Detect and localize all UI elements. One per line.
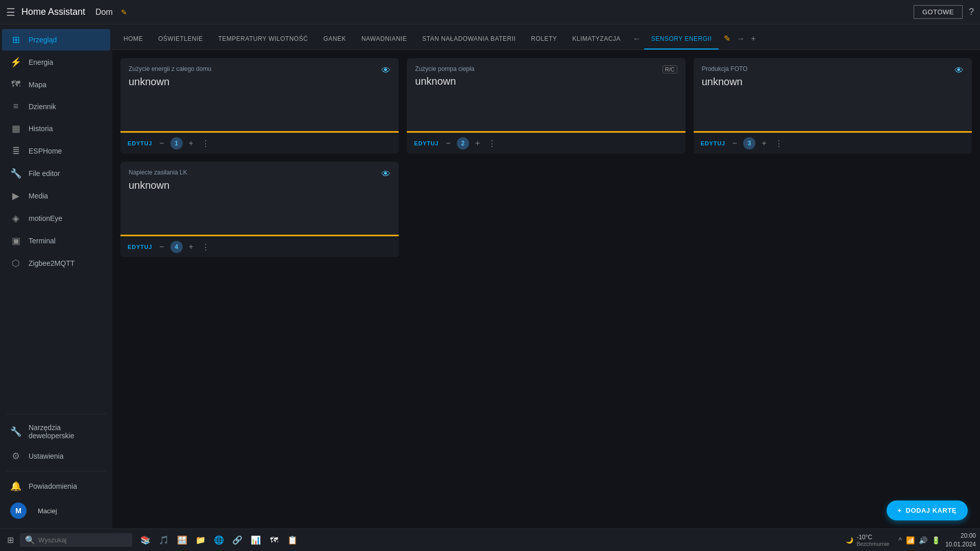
card-minus-icon-3[interactable]: −	[730, 138, 739, 149]
user-avatar: M	[10, 503, 27, 519]
taskbar-icon-9[interactable]: 📋	[284, 532, 301, 548]
card-label-4: Napiecie zasilania LK	[129, 169, 187, 176]
sidebar-item-dziennik[interactable]: ≡ Dziennik	[2, 96, 110, 117]
card-chart-3	[694, 92, 972, 133]
card-plus-icon-1[interactable]: +	[187, 138, 195, 149]
sys-icon-chevron[interactable]: ^	[897, 535, 903, 545]
tab-home[interactable]: HOME	[116, 31, 150, 49]
card-body-3: Produkcja FOTO 👁 unknown	[694, 58, 972, 92]
sys-icon-sound[interactable]: 🔊	[918, 535, 928, 545]
tab-edit-icon[interactable]: ✎	[722, 33, 732, 44]
card-more-icon-4[interactable]: ⋮	[200, 241, 212, 253]
sidebar-item-label: Terminal	[29, 237, 56, 245]
add-card-icon: +	[898, 507, 902, 514]
sidebar-item-esphome[interactable]: ≣ ESPHome	[2, 140, 110, 162]
sidebar-item-powiadomienia[interactable]: 🔔 Powiadomienia	[2, 475, 110, 497]
sidebar-item-narzedzia[interactable]: 🔧 Narzędzia deweloperskie	[2, 418, 110, 445]
card-heat-pump: Zużycie pompa ciepła R/C unknown EDYTUJ …	[407, 58, 685, 154]
tab-stan[interactable]: STAN NAŁADOWANIA BATERII	[415, 31, 523, 49]
card-footer-4: EDYTUJ − 4 + ⋮	[120, 236, 399, 257]
sidebar-item-ustawienia[interactable]: ⚙ Ustawienia	[2, 445, 110, 467]
taskbar-icon-7[interactable]: 📊	[248, 532, 264, 548]
card-rc-icon-2[interactable]: R/C	[663, 65, 677, 73]
card-edit-btn-2[interactable]: EDYTUJ	[413, 138, 439, 148]
user-name: Maciej	[38, 507, 57, 515]
card-edit-btn-4[interactable]: EDYTUJ	[127, 242, 153, 252]
tab-nawadnianie[interactable]: NAWADNIANIE	[354, 31, 414, 49]
sidebar-item-mapa[interactable]: 🗺 Mapa	[2, 74, 110, 95]
search-input[interactable]	[38, 536, 120, 544]
card-chart-4	[120, 195, 399, 236]
card-plus-icon-2[interactable]: +	[473, 138, 482, 149]
sys-icon-battery[interactable]: 🔋	[930, 535, 941, 545]
start-icon[interactable]: ⊞	[4, 533, 17, 547]
card-plus-icon-4[interactable]: +	[187, 241, 195, 253]
card-more-icon-3[interactable]: ⋮	[773, 138, 785, 149]
sidebar-item-energia[interactable]: ⚡ Energia	[2, 52, 110, 73]
tab-nav-actions: ←	[631, 33, 643, 49]
sidebar-item-przeglad[interactable]: ⊞ Przegląd	[2, 29, 110, 51]
add-card-button[interactable]: + DODAJ KARTĘ	[887, 500, 968, 520]
card-edit-btn-1[interactable]: EDYTUJ	[127, 138, 153, 148]
tab-klimatyzacja[interactable]: KLIMATYZACJA	[565, 31, 627, 49]
card-chart-bar-4	[120, 235, 399, 236]
tab-temperatury[interactable]: TEMPERATURY WILOTNOŚĆ	[211, 31, 315, 49]
sidebar-item-file-editor[interactable]: 🔧 File editor	[2, 163, 110, 184]
taskbar-icon-4[interactable]: 📁	[192, 532, 209, 548]
card-badge-2: 2	[457, 137, 469, 149]
card-minus-icon-1[interactable]: −	[157, 138, 166, 149]
historia-icon: ▦	[10, 123, 21, 134]
sidebar-item-media[interactable]: ▶ Media	[2, 185, 110, 207]
tab-rolety[interactable]: ROLETY	[524, 31, 564, 49]
tab-sensory[interactable]: SENSORY ENERGII	[644, 31, 719, 49]
card-minus-icon-2[interactable]: −	[444, 138, 453, 149]
notification-icon: 🔔	[10, 481, 21, 492]
card-more-icon-2[interactable]: ⋮	[486, 138, 498, 149]
sidebar-item-label: Ustawienia	[29, 452, 63, 460]
sidebar-item-zigbee[interactable]: ⬡ Zigbee2MQTT	[2, 253, 110, 274]
sidebar-divider-2	[6, 471, 106, 471]
sidebar-item-motioneye[interactable]: ◈ motionEye	[2, 208, 110, 229]
weather-icon: 🌙	[846, 537, 853, 544]
help-icon[interactable]: ?	[969, 7, 974, 17]
taskbar-icon-1[interactable]: 📚	[137, 532, 154, 548]
menu-icon[interactable]: ☰	[6, 6, 15, 18]
card-value-2: unknown	[415, 76, 677, 87]
tab-next-icon[interactable]: →	[734, 33, 747, 44]
sidebar-item-terminal[interactable]: ▣ Terminal	[2, 230, 110, 252]
card-badge-3: 3	[743, 137, 755, 149]
sys-icon-network[interactable]: 📶	[905, 535, 916, 545]
taskbar-icons-group: 📚 🎵 🪟 📁 🌐 🔗 📊 🗺 📋	[137, 532, 301, 548]
card-chart-bar-2	[407, 131, 685, 133]
tab-add-icon[interactable]: +	[749, 33, 757, 44]
done-button[interactable]: GOTOWE	[914, 5, 963, 19]
card-minus-icon-4[interactable]: −	[157, 241, 166, 253]
card-label-3: Produkcja FOTO	[702, 65, 748, 72]
card-plus-icon-3[interactable]: +	[760, 138, 768, 149]
card-header-3: Produkcja FOTO 👁	[702, 65, 964, 76]
tab-oswietlenie[interactable]: OŚWIETLENIE	[151, 31, 210, 49]
card-eye-icon-1[interactable]: 👁	[381, 65, 390, 76]
notification-label: Powiadomienia	[29, 482, 77, 490]
dom-edit-icon[interactable]: ✎	[121, 8, 127, 16]
taskbar-icon-6[interactable]: 🔗	[229, 532, 246, 548]
main-layout: ⊞ Przegląd ⚡ Energia 🗺 Mapa ≡ Dziennik ▦…	[0, 24, 980, 529]
sidebar-item-label: Zigbee2MQTT	[29, 259, 75, 267]
taskbar-icon-3[interactable]: 🪟	[174, 532, 190, 548]
top-header: ☰ Home Assistant Dom ✎ GOTOWE ?	[0, 0, 980, 24]
taskbar-icon-2[interactable]: 🎵	[156, 532, 172, 548]
card-eye-icon-4[interactable]: 👁	[381, 169, 390, 180]
sidebar-item-user[interactable]: M Maciej	[2, 497, 110, 524]
sidebar-item-label: Dziennik	[29, 103, 56, 111]
tab-ganek[interactable]: GANEK	[316, 31, 353, 49]
taskbar-icon-8[interactable]: 🗺	[266, 532, 282, 548]
taskbar-icon-5[interactable]: 🌐	[211, 532, 227, 548]
sidebar-item-historia[interactable]: ▦ Historia	[2, 118, 110, 139]
taskbar-search-box[interactable]: 🔍	[20, 533, 132, 547]
card-eye-icon-3[interactable]: 👁	[954, 65, 964, 76]
card-footer-1: EDYTUJ − 1 + ⋮	[120, 133, 399, 154]
taskbar: ⊞ 🔍 📚 🎵 🪟 📁 🌐 🔗 📊 🗺 📋 🌙 -10°C Bezchmurni…	[0, 529, 980, 551]
card-more-icon-1[interactable]: ⋮	[200, 138, 212, 149]
card-edit-btn-3[interactable]: EDYTUJ	[700, 138, 726, 148]
tab-prev-icon[interactable]: ←	[631, 33, 643, 44]
